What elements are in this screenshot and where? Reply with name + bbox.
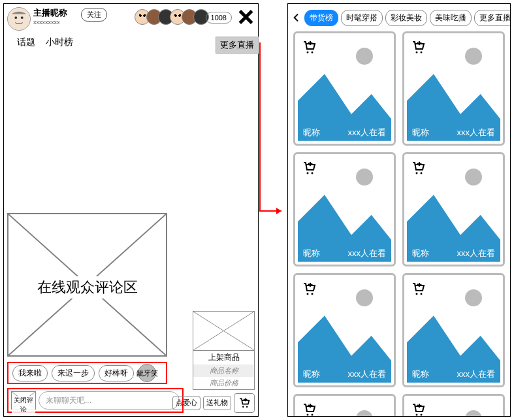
like-button[interactable]: 点爱心 (172, 396, 201, 410)
thumbnail: 昵称 xxx人在看 (298, 36, 391, 141)
hour-rank-link[interactable]: 小时榜 (46, 37, 73, 47)
cart-icon (237, 396, 251, 410)
product-name: 商品名称 (193, 364, 254, 377)
more-live-panel: 带货榜 时髦穿搭 彩妆美妆 美味吃播 更多直播 昵称 xxx人在看 (287, 3, 511, 417)
thumbnail: 昵称 xxx人在看 (407, 278, 500, 383)
topic-link[interactable]: 话题 (17, 37, 35, 47)
cart-icon (302, 402, 317, 416)
thumbnail: 昵称 xxx人在看 (298, 278, 391, 383)
tab-food[interactable]: 美味吃播 (430, 10, 472, 26)
quick-chip-1[interactable]: 我来啦 (12, 365, 48, 381)
product-price: 商品价格 (193, 377, 254, 389)
product-image-placeholder (193, 312, 254, 351)
card-watching: xxx人在看 (348, 248, 387, 259)
live-card[interactable]: 昵称 xxx人在看 (402, 31, 505, 146)
card-watching: xxx人在看 (457, 368, 496, 380)
host-name: 主播昵称 (33, 7, 67, 19)
tab-sales-rank[interactable]: 带货榜 (304, 10, 338, 26)
comment-area-label: 在线观众评论区 (8, 276, 166, 299)
svg-point-14 (421, 52, 423, 54)
follow-button[interactable]: 关注 (81, 8, 107, 22)
chevron-left-icon (291, 12, 302, 23)
sun-icon (465, 410, 482, 416)
comment-area: 在线观众评论区 (7, 213, 167, 357)
live-card[interactable]: 昵称 xxx人在看 (293, 273, 396, 387)
svg-point-22 (421, 293, 423, 295)
quick-chat-row: 我来啦 来迟一步 好棒呀 龇牙笑 (7, 362, 167, 384)
svg-point-25 (416, 414, 418, 416)
host-sub: xxxxxxxxx (33, 19, 67, 25)
sun-icon (356, 410, 373, 416)
topics-row: 话题 小时榜 (17, 37, 81, 48)
svg-point-2 (21, 16, 24, 19)
card-watching: xxx人在看 (457, 127, 496, 138)
thumbnail: 昵称 xxx人在看 (407, 36, 500, 141)
nav-row: 带货榜 时髦穿搭 彩妆美妆 美味吃播 更多直播 (291, 9, 507, 26)
chat-input[interactable]: 来聊聊天吧... (39, 391, 180, 410)
back-button[interactable] (291, 11, 302, 24)
live-grid: 昵称 xxx人在看 昵称 xxx人在看 (293, 31, 505, 416)
host-info: 主播昵称 xxxxxxxxx (33, 7, 67, 25)
svg-point-18 (421, 172, 423, 174)
live-card[interactable]: 昵称 xxx人在看 (293, 152, 396, 267)
cart-icon (302, 161, 317, 176)
cart-icon (411, 40, 426, 56)
sun-icon (356, 169, 373, 186)
host-avatar[interactable] (7, 7, 31, 31)
chat-row: 关闭评论 来聊聊天吧... (7, 388, 184, 413)
card-nick: 昵称 (412, 127, 429, 138)
tab-beauty[interactable]: 彩妆美妆 (385, 10, 427, 26)
sun-icon (356, 48, 373, 65)
svg-point-10 (246, 406, 248, 408)
sun-icon (465, 169, 482, 186)
svg-point-13 (416, 52, 418, 54)
live-card[interactable]: 昵称 xxx人在看 (402, 394, 505, 416)
sun-icon (465, 48, 482, 65)
product-card[interactable]: 上架商品 商品名称 商品价格 (193, 311, 255, 390)
cart-icon (411, 282, 426, 297)
svg-point-0 (8, 8, 30, 30)
card-nick: 昵称 (303, 248, 320, 259)
svg-point-19 (307, 293, 309, 295)
cart-icon (411, 402, 426, 416)
card-watching: xxx人在看 (348, 368, 387, 380)
card-nick: 昵称 (303, 368, 320, 380)
live-room-panel: 主播昵称 xxxxxxxxx 关注 1008 话题 小时榜 更多直播 在线观众评… (3, 3, 259, 417)
svg-point-21 (416, 293, 418, 295)
thumbnail: 昵称 xxx人在看 (407, 398, 500, 416)
cart-icon (302, 282, 317, 297)
live-card[interactable]: 昵称 xxx人在看 (402, 152, 505, 267)
toggle-comments-button[interactable]: 关闭评论 (11, 391, 36, 410)
gift-button[interactable]: 送礼物 (203, 396, 231, 410)
viewer-count[interactable]: 1008 (206, 12, 232, 24)
tab-fashion[interactable]: 时髦穿搭 (341, 10, 383, 26)
cart-button[interactable] (234, 393, 255, 413)
live-card[interactable]: 昵称 xxx人在看 (293, 31, 396, 146)
thumbnail: 昵称 xxx人在看 (298, 398, 391, 416)
card-nick: 昵称 (303, 127, 320, 138)
more-live-button[interactable]: 更多直播 (216, 37, 259, 54)
thumbnail: 昵称 xxx人在看 (298, 157, 391, 262)
card-nick: 昵称 (412, 248, 429, 259)
svg-point-23 (307, 414, 309, 416)
thumbnail: 昵称 xxx人在看 (407, 157, 500, 262)
flow-arrow (259, 41, 290, 224)
svg-point-26 (421, 414, 423, 416)
card-watching: xxx人在看 (348, 127, 387, 138)
product-title: 上架商品 (193, 351, 254, 364)
viewer-avatars[interactable] (138, 9, 209, 25)
header: 主播昵称 xxxxxxxxx 关注 1008 (4, 4, 258, 37)
live-card[interactable]: 昵称 xxx人在看 (402, 273, 505, 387)
svg-point-20 (312, 293, 313, 295)
svg-point-9 (242, 406, 244, 408)
quick-chip-2[interactable]: 来迟一步 (52, 365, 95, 381)
quick-chip-3[interactable]: 好棒呀 (99, 365, 134, 381)
svg-point-1 (14, 16, 17, 19)
svg-point-24 (312, 414, 313, 416)
close-icon[interactable] (235, 7, 255, 27)
quick-chip-emoji[interactable]: 龇牙笑 (138, 364, 156, 382)
action-buttons: 点爱心 送礼物 (172, 393, 255, 413)
tab-more[interactable]: 更多直播 (474, 10, 511, 26)
live-card[interactable]: 昵称 xxx人在看 (293, 394, 396, 416)
sun-icon (465, 289, 482, 306)
